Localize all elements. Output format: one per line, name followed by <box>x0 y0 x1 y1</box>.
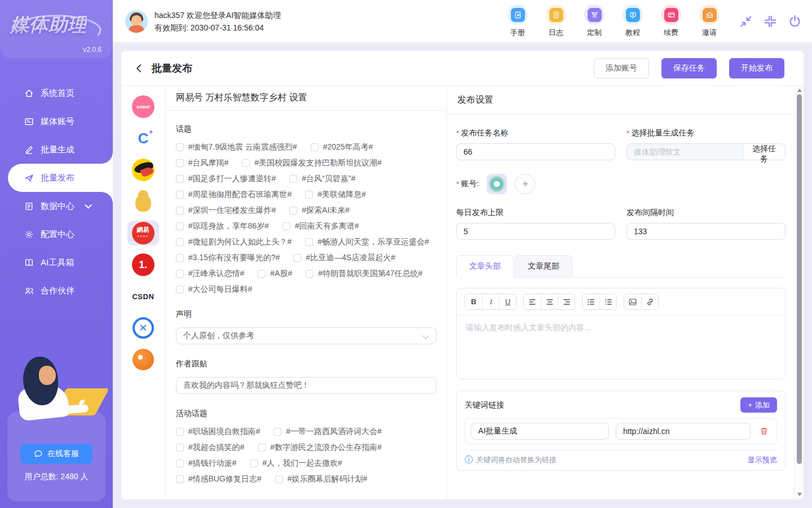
user-avatar[interactable] <box>125 10 148 33</box>
sidebar-item-media-accounts[interactable]: 媒体账号 <box>0 107 113 135</box>
topic-checkbox-item[interactable]: #探索AI未来# <box>289 205 350 216</box>
sidebar-item-ai-toolbox[interactable]: AI工具箱 <box>0 248 113 277</box>
topic-checkbox-item[interactable]: #2025年高考# <box>311 142 373 152</box>
underline-icon[interactable]: U <box>499 294 516 309</box>
tab-article-header[interactable]: 文章头部 <box>456 255 514 278</box>
sidebar-item-batch-generate[interactable]: 批量生成 <box>0 135 113 164</box>
topic-checkbox-item[interactable]: #汪峰承认恋情# <box>176 269 245 279</box>
keyword-input[interactable] <box>471 423 609 440</box>
topic-checkbox-item[interactable]: #深圳一住宅楼发生爆炸# <box>176 205 276 216</box>
sidebar-item-config-center[interactable]: 配置中心 <box>0 220 113 248</box>
add-account-plus-button[interactable]: + <box>515 174 535 194</box>
platform-qq-penguin-icon[interactable] <box>127 189 159 214</box>
add-account-button[interactable]: 添加账号 <box>594 58 649 78</box>
align-right-icon[interactable] <box>558 294 575 309</box>
invite-button[interactable]: 邀请 <box>695 5 724 38</box>
checkbox[interactable] <box>275 475 283 483</box>
topic-checkbox-item[interactable]: #台风摩羯# <box>176 158 229 168</box>
sidebar-item-partners[interactable]: 合作伙伴 <box>0 277 113 305</box>
italic-icon[interactable]: I <box>482 294 499 309</box>
platform-blue-circle-icon[interactable]: ✕ <box>127 316 159 340</box>
checkbox[interactable] <box>283 222 290 230</box>
delete-keyword-icon[interactable] <box>757 424 771 438</box>
sidebar-item-data-center[interactable]: 数据中心 <box>0 192 113 220</box>
task-name-input[interactable] <box>456 143 615 160</box>
checkbox[interactable] <box>273 428 281 436</box>
collapse-window-icon[interactable] <box>739 14 753 29</box>
interval-input[interactable] <box>626 223 785 240</box>
checkbox[interactable] <box>176 191 184 199</box>
checkbox[interactable] <box>176 254 184 262</box>
topic-checkbox-item[interactable]: #3.15你有没有要曝光的?# <box>176 253 280 263</box>
checkbox[interactable] <box>258 444 266 452</box>
topic-checkbox-item[interactable]: #微短剧为何让人如此上头？# <box>176 237 292 247</box>
statement-select[interactable]: 个人原创，仅供参考 <box>176 327 436 344</box>
keyword-add-button[interactable]: + 添加 <box>740 397 777 413</box>
show-preview-link[interactable]: 显示预览 <box>748 455 777 465</box>
platform-csdn-icon[interactable]: CSDN <box>127 284 159 309</box>
insert-image-icon[interactable] <box>624 294 641 309</box>
topic-checkbox-item[interactable]: #数字游民之流浪办公生存指南# <box>258 443 382 453</box>
select-task-button[interactable]: 选择任务 <box>743 143 785 160</box>
scrollbar-thumb[interactable] <box>797 94 802 464</box>
tutorial-button[interactable]: 教程 <box>618 5 647 38</box>
topic-checkbox-item[interactable]: #一带一路西凤酒诗词大会# <box>273 427 382 437</box>
checkbox[interactable] <box>305 238 313 246</box>
topic-checkbox-item[interactable]: #职场困境自救指南# <box>176 427 261 437</box>
checkbox[interactable] <box>176 286 184 294</box>
checkbox[interactable] <box>305 191 313 199</box>
checkbox[interactable] <box>258 270 266 278</box>
topic-checkbox-item[interactable]: #比亚迪—4S店凌晨起火# <box>293 253 395 263</box>
insert-link-icon[interactable] <box>641 294 658 309</box>
checkbox[interactable] <box>289 175 297 183</box>
scroll-down-arrow[interactable] <box>797 493 802 496</box>
topic-checkbox-item[interactable]: #娱乐圈幕后解码计划# <box>275 474 368 484</box>
topic-checkbox-item[interactable]: #琼瑶身故，享年86岁# <box>176 221 269 231</box>
platform-netease-icon[interactable]: 網易NEWS <box>127 221 159 246</box>
bold-icon[interactable]: B <box>465 294 482 309</box>
checkbox[interactable] <box>176 428 184 436</box>
checkbox[interactable] <box>250 459 258 467</box>
checkbox[interactable] <box>176 270 184 278</box>
manual-button[interactable]: 手册 <box>503 5 532 38</box>
topic-checkbox-item[interactable]: #回南天有多离谱# <box>283 221 359 231</box>
sidebar-item-home[interactable]: 系统首页 <box>0 79 113 107</box>
back-button[interactable] <box>131 60 147 76</box>
topic-checkbox-item[interactable]: #缅甸7.9级地震 云南震感强烈# <box>176 142 297 152</box>
topic-checkbox-item[interactable]: #情感BUG修复日志# <box>176 474 262 484</box>
customize-button[interactable]: 定制 <box>580 5 609 38</box>
checkbox[interactable] <box>176 222 184 230</box>
checkbox[interactable] <box>289 207 297 214</box>
topic-checkbox-item[interactable]: #美国校园爆发支持巴勒斯坦抗议潮# <box>242 158 382 168</box>
topic-checkbox-item[interactable]: #周星驰御用配音石班瑜离世# <box>176 190 292 200</box>
topic-checkbox-item[interactable]: #大公司每日爆料# <box>176 284 253 295</box>
topic-checkbox-item[interactable]: #美联储降息# <box>305 190 366 200</box>
checkbox[interactable] <box>242 159 250 167</box>
checkbox[interactable] <box>176 459 184 467</box>
sidebar-item-batch-publish[interactable]: 批量发布 <box>8 164 113 192</box>
topic-checkbox-item[interactable]: #人，我们一起去撒欢# <box>250 458 342 468</box>
checkbox[interactable] <box>176 238 184 246</box>
checkbox[interactable] <box>306 270 314 278</box>
ordered-list-icon[interactable] <box>599 294 616 309</box>
platform-yidianzixun-icon[interactable]: 1. <box>127 252 159 277</box>
topic-checkbox-item[interactable]: #我超会搞笑的# <box>176 443 245 453</box>
platform-sohu-icon[interactable] <box>127 157 159 182</box>
log-button[interactable]: 日志 <box>541 5 571 38</box>
power-icon[interactable] <box>787 14 802 29</box>
platform-c-creator-icon[interactable]: C <box>127 126 159 151</box>
tab-article-footer[interactable]: 文章尾部 <box>515 255 572 278</box>
checkbox[interactable] <box>176 475 184 483</box>
compress-window-icon[interactable] <box>763 14 778 29</box>
vertical-scrollbar[interactable] <box>795 86 804 499</box>
checkbox[interactable] <box>176 159 184 167</box>
checkbox[interactable] <box>176 444 184 452</box>
author-reply-input[interactable] <box>176 377 436 394</box>
topic-checkbox-item[interactable]: #国足多打一人惨遭逆转# <box>176 174 276 184</box>
account-avatar[interactable] <box>487 174 507 194</box>
start-publish-button[interactable]: 开始发布 <box>729 58 784 78</box>
topic-checkbox-item[interactable]: #A股# <box>258 269 292 279</box>
editor-content[interactable]: 请输入发布时插入文章头部的内容... <box>457 316 785 379</box>
checkbox[interactable] <box>176 143 184 151</box>
topic-checkbox-item[interactable]: #台风“贝碧嘉”# <box>289 174 355 184</box>
